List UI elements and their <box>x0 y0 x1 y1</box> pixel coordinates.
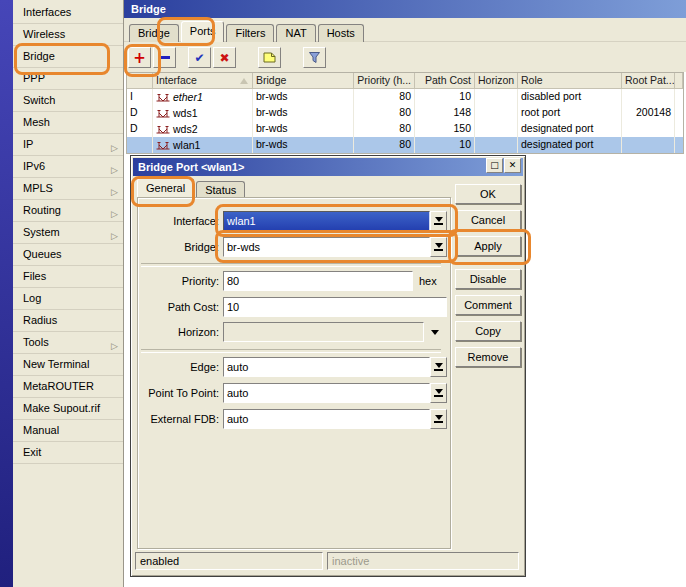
sidebar-item-interfaces[interactable]: Interfaces <box>13 2 123 24</box>
sidebar-item-new-terminal[interactable]: New Terminal <box>13 354 123 376</box>
ports-toolbar: + ✔ ✖ <box>128 47 328 68</box>
point-to-point-label: Point To Point: <box>137 383 219 403</box>
comment-button-dialog[interactable]: Comment <box>455 295 521 315</box>
sidebar-item-log[interactable]: Log <box>13 288 123 310</box>
sidebar-item-routing[interactable]: Routing▷ <box>13 200 123 222</box>
sidebar-item-metarouter[interactable]: MetaROUTER <box>13 376 123 398</box>
disable-button[interactable]: ✖ <box>213 47 236 68</box>
sidebar-item-system[interactable]: System▷ <box>13 222 123 244</box>
bridge-window-title: Bridge <box>131 3 166 15</box>
remove-button-dialog[interactable]: Remove <box>455 347 521 367</box>
disable-button-dialog[interactable]: Disable <box>455 269 521 289</box>
interface-value[interactable]: wlan1 <box>223 211 430 231</box>
main-menu: Interfaces Wireless Bridge PPP Switch Me… <box>13 0 124 587</box>
check-icon: ✔ <box>194 51 204 65</box>
submenu-arrow-icon: ▷ <box>111 336 118 356</box>
point-to-point-value[interactable]: auto <box>223 383 430 403</box>
tab-nat[interactable]: NAT <box>276 24 315 42</box>
point-to-point-combo[interactable]: auto <box>223 383 447 403</box>
sidebar-item-radius[interactable]: Radius <box>13 310 123 332</box>
cancel-button[interactable]: Cancel <box>455 210 521 230</box>
edge-dropdown-button[interactable] <box>430 357 447 377</box>
horizon-input[interactable] <box>223 322 424 342</box>
bridge-port-icon <box>156 125 170 134</box>
col-flags[interactable] <box>127 73 153 89</box>
edge-value[interactable]: auto <box>223 357 430 377</box>
sort-asc-icon <box>240 78 248 84</box>
sidebar-item-queues[interactable]: Queues <box>13 244 123 266</box>
col-role[interactable]: Role <box>518 73 622 89</box>
col-bridge[interactable]: Bridge <box>253 73 354 89</box>
table-row-wds1[interactable]: D wds1 br-wds 80 148 root port 200148 <box>127 105 683 121</box>
interface-dropdown-button[interactable] <box>430 211 447 231</box>
ok-button[interactable]: OK <box>455 184 521 204</box>
status-enabled: enabled <box>135 552 323 570</box>
add-button[interactable]: + <box>128 47 151 68</box>
sidebar-item-wireless[interactable]: Wireless <box>13 24 123 46</box>
tab-ports[interactable]: Ports <box>181 21 225 42</box>
tab-filters[interactable]: Filters <box>226 24 274 42</box>
sidebar-item-mpls[interactable]: MPLS▷ <box>13 178 123 200</box>
table-row-ether1[interactable]: I ether1 br-wds 80 10 disabled port <box>127 89 683 105</box>
maximize-button[interactable]: □ <box>486 158 503 173</box>
table-row-wds2[interactable]: D wds2 br-wds 80 150 designated port <box>127 121 683 137</box>
sidebar-item-ip[interactable]: IP▷ <box>13 134 123 156</box>
path-cost-label: Path Cost: <box>137 297 219 317</box>
priority-label: Priority: <box>137 271 219 291</box>
point-to-point-dropdown-button[interactable] <box>430 383 447 403</box>
plus-icon: + <box>133 51 146 65</box>
external-fdb-combo[interactable]: auto <box>223 409 447 429</box>
sidebar-item-bridge[interactable]: Bridge <box>13 46 123 68</box>
sidebar-item-exit[interactable]: Exit <box>13 442 123 464</box>
sidebar-item-files[interactable]: Files <box>13 266 123 288</box>
bridge-label: Bridge: <box>137 237 219 257</box>
apply-button[interactable]: Apply <box>455 236 521 256</box>
dialog-title: Bridge Port <wlan1> <box>138 161 244 173</box>
sidebar-item-make-supout[interactable]: Make Supout.rif <box>13 398 123 420</box>
col-interface[interactable]: Interface <box>153 73 253 89</box>
submenu-arrow-icon: ▷ <box>111 138 118 158</box>
dropdown-icon <box>435 363 443 368</box>
bridge-port-icon <box>156 109 170 118</box>
horizon-enable-arrow-icon[interactable] <box>431 330 439 335</box>
bridge-dropdown-button[interactable] <box>430 237 447 257</box>
bridge-value[interactable]: br-wds <box>223 237 430 257</box>
remove-button[interactable] <box>153 47 176 68</box>
col-root-path[interactable]: Root Pat... <box>622 73 675 89</box>
note-icon <box>263 52 276 63</box>
col-path-cost[interactable]: Path Cost <box>415 73 475 89</box>
col-priority[interactable]: Priority (h... <box>354 73 415 89</box>
external-fdb-label: External FDB: <box>137 409 219 429</box>
bridge-window-tabs: Bridge Ports Filters NAT Hosts <box>129 21 364 42</box>
tab-bridge[interactable]: Bridge <box>129 24 179 42</box>
sidebar-item-mesh[interactable]: Mesh <box>13 112 123 134</box>
col-horizon[interactable]: Horizon <box>475 73 518 89</box>
priority-input[interactable]: 80 <box>223 271 413 291</box>
interface-combo[interactable]: wlan1 <box>223 211 447 231</box>
sidebar-item-manual[interactable]: Manual <box>13 420 123 442</box>
path-cost-input[interactable]: 10 <box>223 297 447 317</box>
sidebar-item-ipv6[interactable]: IPv6▷ <box>13 156 123 178</box>
comment-button[interactable] <box>258 47 281 68</box>
maximize-icon: □ <box>490 160 499 170</box>
minus-icon <box>159 56 170 59</box>
filter-button[interactable] <box>303 47 326 68</box>
dialog-titlebar: Bridge Port <wlan1> <box>133 158 523 176</box>
sidebar-item-switch[interactable]: Switch <box>13 90 123 112</box>
sidebar-item-ppp[interactable]: PPP <box>13 68 123 90</box>
table-row-wlan1-selected[interactable]: wlan1 br-wds 80 10 designated port <box>127 137 683 153</box>
close-button[interactable]: ✕ <box>504 158 521 173</box>
external-fdb-value[interactable]: auto <box>223 409 430 429</box>
external-fdb-dropdown-button[interactable] <box>430 409 447 429</box>
sidebar-item-tools[interactable]: Tools▷ <box>13 332 123 354</box>
enable-button[interactable]: ✔ <box>188 47 211 68</box>
winbox-side-strip <box>0 0 13 587</box>
submenu-arrow-icon: ▷ <box>111 204 118 224</box>
edge-combo[interactable]: auto <box>223 357 447 377</box>
tab-general[interactable]: General <box>137 178 194 199</box>
bridge-combo[interactable]: br-wds <box>223 237 447 257</box>
tab-hosts[interactable]: Hosts <box>318 24 364 42</box>
copy-button[interactable]: Copy <box>455 321 521 341</box>
ports-table: Interface Bridge Priority (h... Path Cos… <box>126 72 684 154</box>
cross-icon: ✖ <box>219 51 229 65</box>
